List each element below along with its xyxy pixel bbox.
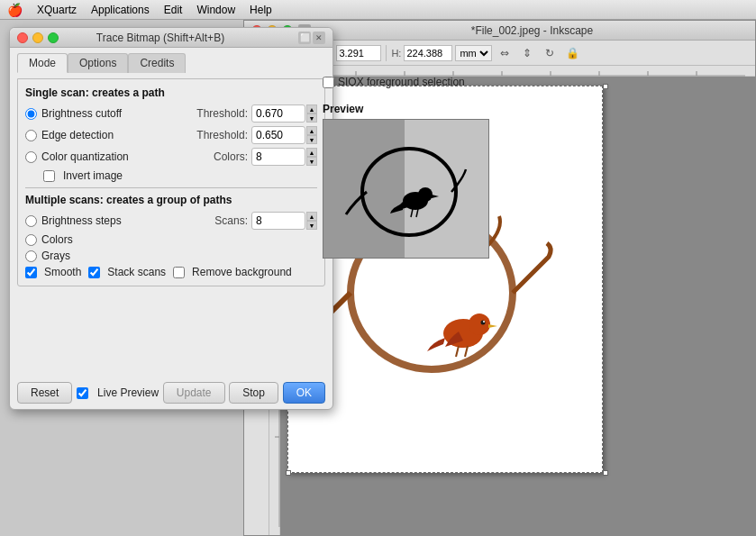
handle-br[interactable] xyxy=(603,470,608,476)
stack-scans-row: Stack scans xyxy=(88,266,166,278)
color-quantization-row: Color quantization Colors: ▲ ▼ xyxy=(25,148,317,166)
svg-line-26 xyxy=(456,346,459,357)
invert-image-checkbox[interactable] xyxy=(43,170,55,182)
smooth-checkbox[interactable] xyxy=(25,267,37,278)
menu-window[interactable]: Window xyxy=(196,4,235,16)
single-scan-label: Single scan: creates a path xyxy=(25,86,317,99)
brightness-cutoff-radio[interactable] xyxy=(25,108,37,120)
trace-bitmap-dialog: Trace Bitmap (Shift+Alt+B) ⬜ ✕ Mode Opti… xyxy=(9,27,333,410)
smooth-label: Smooth xyxy=(44,266,81,278)
svg-point-23 xyxy=(469,313,490,335)
menu-edit[interactable]: Edit xyxy=(164,4,183,16)
siox-checkbox[interactable] xyxy=(323,77,334,88)
colors-multi-radio[interactable] xyxy=(25,234,37,246)
inkscape-title: *File_002.jpeg - Inkscape xyxy=(316,24,748,37)
dialog-titlebar: Trace Bitmap (Shift+Alt+B) ⬜ ✕ xyxy=(10,28,332,48)
dialog-close-btn[interactable] xyxy=(17,32,28,43)
edge-threshold-spinner: ▲ ▼ xyxy=(251,126,317,144)
colors-multi-label: Colors xyxy=(41,233,317,246)
unit-select[interactable]: mm xyxy=(455,45,492,61)
flip-v-icon[interactable]: ⇕ xyxy=(517,44,537,62)
preview-svg xyxy=(323,120,489,259)
ok-button[interactable]: OK xyxy=(283,382,325,404)
dialog-tabs: Mode Options Credits xyxy=(17,53,325,73)
dialog-body: Mode Options Credits Single scan: create… xyxy=(10,48,332,292)
edge-threshold-input[interactable] xyxy=(251,126,305,144)
tab-mode[interactable]: Mode xyxy=(17,53,68,73)
edge-spin-down[interactable]: ▼ xyxy=(306,135,317,144)
colors-spin-arrows: ▲ ▼ xyxy=(306,148,317,166)
grays-radio[interactable] xyxy=(25,250,37,262)
brightness-threshold-label: Threshold: xyxy=(196,107,248,120)
reset-button[interactable]: Reset xyxy=(17,382,72,404)
scans-spin-arrows: ▲ ▼ xyxy=(306,212,317,230)
preview-label: Preview xyxy=(323,103,489,115)
stop-button[interactable]: Stop xyxy=(229,382,278,404)
brightness-spin-up[interactable]: ▲ xyxy=(306,104,317,114)
dialog-collapse-btn[interactable]: ⬜ xyxy=(298,32,311,44)
dialog-title: Trace Bitmap (Shift+Alt+B) xyxy=(64,32,257,44)
smooth-row: Smooth xyxy=(25,266,81,278)
colors-multi-row: Colors xyxy=(25,233,317,246)
lock-icon[interactable]: 🔒 xyxy=(562,44,582,62)
tab-options[interactable]: Options xyxy=(68,53,128,73)
svg-rect-29 xyxy=(405,120,489,259)
color-quantization-label: Color quantization xyxy=(41,150,214,163)
svg-point-25 xyxy=(483,321,485,323)
scans-spinner: ▲ ▼ xyxy=(251,212,317,230)
brightness-cutoff-row: Brightness cutoff Threshold: ▲ ▼ xyxy=(25,104,317,123)
x-coord-input[interactable] xyxy=(336,45,381,61)
edge-detection-label: Edge detection xyxy=(41,129,196,141)
tab-credits[interactable]: Credits xyxy=(128,53,186,73)
remove-bg-checkbox[interactable] xyxy=(173,267,185,278)
dialog-zoom-btn[interactable] xyxy=(48,32,59,43)
update-button[interactable]: Update xyxy=(163,382,225,404)
dialog-minimize-btn[interactable] xyxy=(32,32,43,43)
brightness-threshold-spinner: ▲ ▼ xyxy=(251,104,317,123)
grays-row: Grays xyxy=(25,250,317,262)
menu-help[interactable]: Help xyxy=(250,4,272,16)
scans-label: Scans: xyxy=(214,214,248,227)
menu-xquartz[interactable]: XQuartz xyxy=(37,4,77,16)
dialog-footer: Reset Live Preview Update Stop OK xyxy=(17,382,325,404)
preview-box xyxy=(323,119,489,259)
siox-row: SIOX foreground selection xyxy=(323,76,465,88)
stack-scans-label: Stack scans xyxy=(107,266,166,278)
tab-mode-content: Single scan: creates a path Brightness c… xyxy=(17,78,325,286)
menu-applications[interactable]: Applications xyxy=(91,4,150,16)
live-preview-checkbox[interactable] xyxy=(77,387,88,399)
siox-label: SIOX foreground selection xyxy=(338,76,465,88)
apple-menu[interactable]: 🍎 xyxy=(7,3,23,17)
stack-scans-checkbox[interactable] xyxy=(88,267,100,278)
scans-spin-up[interactable]: ▲ xyxy=(306,212,317,221)
edge-detection-radio[interactable] xyxy=(25,130,37,141)
brightness-steps-radio[interactable] xyxy=(25,215,37,227)
live-preview-row: Live Preview xyxy=(77,386,159,399)
brightness-spin-arrows: ▲ ▼ xyxy=(306,104,317,123)
scans-spin-down[interactable]: ▼ xyxy=(306,221,317,230)
invert-image-label: Invert image xyxy=(63,169,123,182)
preview-section: Preview xyxy=(323,103,489,259)
edge-spin-arrows: ▲ ▼ xyxy=(306,126,317,144)
brightness-spin-down[interactable]: ▼ xyxy=(306,114,317,123)
handle-bl[interactable] xyxy=(286,470,291,476)
svg-point-24 xyxy=(481,321,486,325)
brightness-threshold-input[interactable] xyxy=(251,104,305,123)
handle-tr[interactable] xyxy=(603,84,608,89)
edge-spin-up[interactable]: ▲ xyxy=(306,126,317,135)
rotate-icon[interactable]: ↻ xyxy=(540,44,560,62)
remove-bg-row: Remove background xyxy=(173,266,292,278)
remove-bg-label: Remove background xyxy=(192,266,292,278)
colors-input[interactable] xyxy=(251,148,305,166)
brightness-steps-label: Brightness steps xyxy=(41,214,214,227)
menubar: 🍎 XQuartz Applications Edit Window Help xyxy=(0,0,756,20)
options-row: Smooth Stack scans Remove background xyxy=(25,266,317,278)
traffic-lights xyxy=(17,32,59,43)
colors-spin-down[interactable]: ▼ xyxy=(306,157,317,166)
color-quantization-radio[interactable] xyxy=(25,151,37,163)
h-coord-input[interactable] xyxy=(404,45,452,61)
dialog-expand-btn[interactable]: ✕ xyxy=(313,32,325,44)
flip-h-icon[interactable]: ⇔ xyxy=(495,44,515,62)
scans-input[interactable] xyxy=(251,212,305,230)
colors-spin-up[interactable]: ▲ xyxy=(306,148,317,157)
